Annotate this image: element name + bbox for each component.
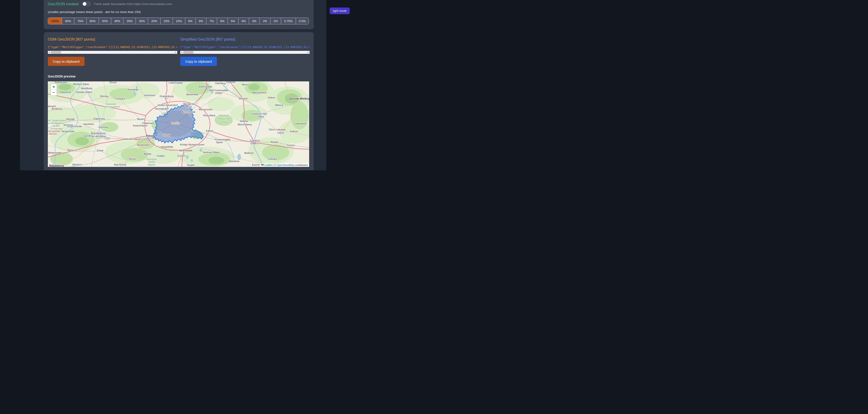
map-label: Sulęcin [290, 130, 298, 133]
map-label: Erkner [206, 129, 214, 132]
scrollbar-thumb[interactable] [183, 51, 193, 54]
percentage-button-10[interactable]: 10% [173, 18, 185, 24]
map-label: Altmark [49, 132, 57, 135]
percentage-button-50[interactable]: 50% [99, 18, 111, 24]
map-label: Ketzin/Havel [133, 124, 147, 127]
map-label-berlin: Berlin [171, 121, 180, 125]
map-label: Fürstenwalde/ [215, 138, 230, 141]
percentage-button-0.5[interactable]: 0.5% [296, 18, 309, 24]
map-attribution: Leaflet | © OpenStreetMap contributors [260, 164, 309, 167]
map-canvas: SeehausenWerben (Elbe)DosseLiebenwaldeOd… [48, 81, 309, 167]
percentage-button-5[interactable]: 5% [227, 18, 238, 24]
map-label: Seelow [240, 120, 248, 122]
map-zoom-control: + − [51, 84, 57, 96]
zoom-out-button[interactable]: − [51, 90, 57, 95]
simplified-geojson-panel: Simplified GeoJSON [907 points] {"type":… [180, 37, 310, 66]
percentage-button-40[interactable]: 40% [111, 18, 123, 24]
map-label: Sandau (Elbe) [76, 91, 92, 93]
percentage-button-80[interactable]: 80% [62, 18, 74, 24]
percentage-button-25[interactable]: 25% [135, 18, 148, 24]
map-label: Rzepin [271, 141, 278, 143]
map-label: Teupitz [187, 164, 195, 167]
map-label: nördlich [52, 124, 60, 127]
page-background: light mode GeoJSON created Fetch water b… [0, 0, 357, 170]
map-label: Storkow (Mark) [203, 151, 220, 154]
map-label: Brandenburg [91, 132, 105, 135]
map-label: Müncheberg [238, 123, 251, 126]
map-label: Bad Freienwalde [209, 89, 228, 92]
map-label: Mittenwalde [179, 149, 192, 152]
map-label: Beelitz [144, 152, 151, 155]
scroll-left-icon[interactable]: ◄ [180, 51, 183, 54]
percentage-hint: (smaller percentage means fewer points -… [48, 10, 310, 14]
map-label: Arneburg [52, 107, 62, 110]
percentage-button-2[interactable]: 2% [259, 18, 270, 24]
water-boundaries-toggle[interactable] [82, 2, 91, 6]
map-label: Dosse [110, 81, 116, 84]
percentage-button-20[interactable]: 20% [148, 18, 160, 24]
geojson-created-status: GeoJSON created [48, 2, 79, 6]
map-label: Müllrose [244, 152, 254, 154]
scroll-right-icon[interactable]: ► [174, 51, 177, 54]
contributors-text: contributors [295, 164, 308, 167]
map-label: Königs Wusterhausen [180, 143, 204, 146]
percentage-button-6[interactable]: 6% [217, 18, 227, 24]
map-label: Osterburg [60, 91, 71, 93]
map-label: Trebbin [156, 154, 165, 157]
map-label: Hohen Neuendorf [158, 104, 178, 107]
scroll-left-icon[interactable]: ◄ [48, 51, 51, 54]
map-label: Nauen [137, 118, 144, 120]
map-label: Schweiz [219, 121, 228, 124]
map-label: Seehausen [55, 81, 67, 84]
percentage-button-3[interactable]: 3% [249, 18, 259, 24]
scroll-right-icon[interactable]: ► [307, 51, 310, 54]
percentage-button-15[interactable]: 15% [160, 18, 173, 24]
map-label: Oranienburg [159, 95, 174, 97]
percentage-button-7[interactable]: 7% [206, 18, 217, 24]
light-mode-button[interactable]: light mode [330, 7, 350, 14]
map-label: Havelsee [83, 123, 94, 125]
map-label: Kostrzyn nad [252, 112, 267, 115]
leaflet-link[interactable]: Leaflet [265, 164, 272, 167]
map-label: (Oder) [250, 142, 258, 145]
map-label: Wolmirstedt [48, 151, 61, 154]
copy-simplified-geojson-button[interactable]: Copy to clipboard [180, 57, 217, 66]
map-label: Frankfurt [250, 139, 260, 142]
map-label: Beeskow [229, 160, 240, 162]
percentage-button-60[interactable]: 60% [86, 18, 99, 24]
scrollbar-thumb[interactable] [51, 51, 61, 54]
osm-json-scrollbar[interactable]: ◄ ► [48, 51, 177, 54]
osm-panel-title: OSM GeoJSON [907 points] [48, 37, 177, 41]
percentage-button-9[interactable]: 9% [185, 18, 196, 24]
map-label: Cybinka [268, 157, 277, 160]
map-label: Naturpark [146, 158, 157, 160]
percentage-button-100[interactable]: 100% [48, 18, 62, 24]
zoom-in-button[interactable]: + [51, 84, 57, 90]
percentage-button-1[interactable]: 1% [270, 18, 281, 24]
percentage-button-4[interactable]: 4% [238, 18, 249, 24]
map-label: Lebus [277, 131, 284, 134]
map-label: Mieszkowice [252, 91, 267, 94]
percentage-button-75[interactable]: 75% [74, 18, 86, 24]
leaflet-map[interactable]: SeehausenWerben (Elbe)DosseLiebenwaldeOd… [48, 81, 309, 167]
map-label: Lubniewice [294, 122, 307, 125]
map-label: Odrą [258, 115, 264, 118]
copyright-symbol: © [274, 164, 276, 167]
map-label: Fehrbellin [128, 88, 139, 91]
map-label: Michendorf [137, 144, 150, 146]
percentage-button-30[interactable]: 30% [123, 18, 135, 24]
map-label: Liebenwalde [168, 81, 183, 84]
percentage-button-8[interactable]: 8% [195, 18, 206, 24]
settings-card: GeoJSON created Fetch water boundaries f… [44, 0, 314, 29]
percentage-button-0.75[interactable]: 0.75% [281, 18, 296, 24]
map-label: Jerichow [63, 124, 73, 126]
map-label: Bernau bei [183, 102, 195, 105]
map-label: Ludwigsfelde [159, 145, 173, 148]
openstreetmap-link[interactable]: OpenStreetMap [277, 164, 294, 167]
simplified-json-scrollbar[interactable]: ◄ ► [180, 51, 310, 54]
copy-osm-geojson-button[interactable]: Copy to clipboard [48, 57, 85, 66]
map-label: Torzym [287, 144, 294, 147]
map-label: Debno [268, 96, 275, 99]
map-label: Oderberg [215, 82, 225, 85]
map-label: Witnica [275, 104, 283, 107]
